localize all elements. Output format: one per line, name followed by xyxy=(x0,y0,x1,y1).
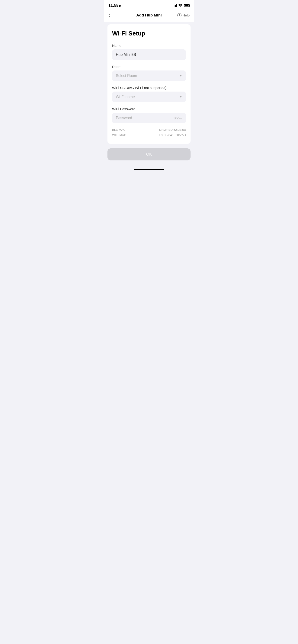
room-placeholder: Select Room xyxy=(116,74,137,78)
time-display: 11:58 xyxy=(108,3,118,8)
password-input[interactable] xyxy=(116,116,173,120)
ble-mac-value: DF:3F:BD:52:0B:5B xyxy=(159,128,186,132)
room-label: Room xyxy=(112,65,186,68)
wifi-ssid-section: WiFi SSID(5G Wi-Fi not supported) Wi-Fi … xyxy=(112,86,186,102)
wifi-ssid-select[interactable]: Wi-Fi name ▼ xyxy=(112,92,186,102)
nav-bar: ‹ Add Hub Mini ? Help xyxy=(104,9,194,22)
show-password-button[interactable]: Show xyxy=(173,116,182,120)
wifi-setup-title: Wi-Fi Setup xyxy=(112,30,186,37)
help-button[interactable]: ? Help xyxy=(176,13,190,18)
room-section: Room Select Room ▼ xyxy=(112,65,186,81)
mac-info: BLE-MAC DF:3F:BD:52:0B:5B WIFI-MAC E8:DB… xyxy=(112,128,186,137)
status-bar: 11:58 ▶ xyxy=(104,0,194,9)
main-content-card: Wi-Fi Setup Name Room Select Room ▼ WiFi… xyxy=(107,24,191,144)
name-input[interactable] xyxy=(116,52,182,57)
status-time: 11:58 ▶ xyxy=(108,3,122,8)
signal-icon xyxy=(173,4,177,7)
back-icon: ‹ xyxy=(108,12,111,19)
wifi-mac-row: WIFI-MAC E8:DB:84:E3:0A:AD xyxy=(112,133,186,137)
ble-mac-row: BLE-MAC DF:3F:BD:52:0B:5B xyxy=(112,128,186,132)
ble-mac-label: BLE-MAC xyxy=(112,128,126,132)
battery-icon xyxy=(184,4,190,7)
status-icons xyxy=(173,4,190,8)
home-bar xyxy=(134,169,164,170)
wifi-mac-value: E8:DB:84:E3:0A:AD xyxy=(159,133,186,137)
help-label: Help xyxy=(182,13,190,17)
name-input-container[interactable] xyxy=(112,50,186,60)
room-select[interactable]: Select Room ▼ xyxy=(112,70,186,81)
page-title: Add Hub Mini xyxy=(136,13,162,18)
wifi-password-label: WiFi Password xyxy=(112,107,186,111)
wifi-ssid-placeholder: Wi-Fi name xyxy=(116,95,135,99)
wifi-icon xyxy=(178,4,182,8)
home-indicator xyxy=(104,165,194,172)
chevron-down-icon: ▼ xyxy=(179,74,182,78)
ok-button-container: OK xyxy=(107,148,191,160)
location-icon: ▶ xyxy=(119,4,122,8)
wifi-ssid-label: WiFi SSID(5G Wi-Fi not supported) xyxy=(112,86,186,90)
wifi-chevron-icon: ▼ xyxy=(179,95,182,98)
name-label: Name xyxy=(112,44,186,48)
password-input-container[interactable]: Show xyxy=(112,113,186,123)
back-button[interactable]: ‹ xyxy=(108,12,122,19)
wifi-mac-label: WIFI-MAC xyxy=(112,133,126,137)
help-icon: ? xyxy=(177,13,181,18)
name-section: Name xyxy=(112,44,186,60)
ok-button[interactable]: OK xyxy=(107,148,191,160)
wifi-password-section: WiFi Password Show xyxy=(112,107,186,123)
